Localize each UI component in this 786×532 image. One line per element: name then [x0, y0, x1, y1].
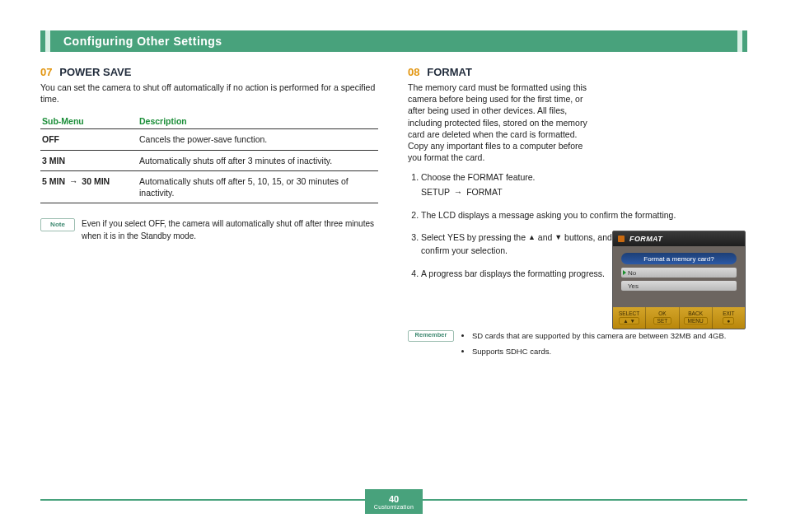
foot2-label: BACK	[688, 311, 703, 317]
camera-thumb-question: Format a memory card?	[621, 253, 737, 264]
row2-key-a: 5 MIN	[42, 176, 65, 186]
step1-sub-a: SETUP	[421, 187, 452, 197]
right-section-number: 08	[408, 66, 419, 78]
header-accent-right	[737, 30, 742, 52]
foot0-key: ▲ ▼	[619, 317, 639, 324]
left-section-title: POWER SAVE	[59, 66, 131, 78]
row2-desc: Automatically shuts off after 5, 10, 15,…	[138, 170, 378, 203]
step-1: Choose the FORMAT feature. SETUP → FORMA…	[421, 171, 746, 199]
foot2-key: MENU	[684, 317, 708, 324]
format-icon	[618, 236, 625, 242]
right-column: 08 FORMAT The memory card must be format…	[408, 66, 746, 362]
section-header: Configuring Other Settings	[40, 30, 747, 52]
table-row: OFF Cancels the power-save function.	[40, 129, 378, 150]
page-number: 40	[389, 494, 399, 504]
triangle-up-icon: ▲	[528, 233, 536, 241]
note-chip: Note	[40, 218, 75, 231]
step1-sub-b: FORMAT	[466, 187, 503, 197]
page-label: Customization	[374, 504, 414, 510]
foot3-key: ●	[723, 317, 734, 324]
remember-item-0: SD cards that are supported by this came…	[472, 330, 726, 342]
camera-thumb-option-no: No	[621, 268, 737, 278]
camera-thumb-option-yes: Yes	[621, 281, 737, 291]
left-intro: You can set the camera to shut off autom…	[40, 82, 378, 105]
header-accent-left	[45, 30, 50, 52]
foot1-key: SET	[653, 317, 672, 324]
row2-key-b: 30 MIN	[82, 176, 110, 186]
table-row: 5 MIN → 30 MIN Automatically shuts off a…	[40, 170, 378, 203]
step3-mid: and	[538, 232, 554, 242]
camera-thumb-foot-select: SELECT ▲ ▼	[613, 307, 646, 329]
note-body: Even if you select OFF, the camera will …	[82, 218, 378, 242]
remember-block: Remember SD cards that are supported by …	[408, 330, 746, 363]
right-section-title-block: 08 FORMAT	[408, 66, 746, 78]
left-section-title-block: 07 POWER SAVE	[40, 66, 378, 78]
th-submenu: Sub-Menu	[40, 113, 138, 129]
step-2: The LCD displays a message asking you to…	[421, 209, 746, 222]
camera-thumb-foot-ok: OK SET	[646, 307, 679, 329]
right-intro: The memory card must be formatted using …	[408, 82, 597, 163]
remember-list: SD cards that are supported by this came…	[461, 330, 726, 363]
note-block: Note Even if you select OFF, the camera …	[40, 218, 378, 242]
camera-thumb-footer: SELECT ▲ ▼ OK SET BACK MENU EXIT ●	[613, 307, 745, 329]
arrow-icon: →	[454, 187, 463, 197]
triangle-down-icon: ▼	[554, 233, 562, 241]
table-row: 3 MIN Automatically shuts off after 3 mi…	[40, 150, 378, 170]
page-body: 07 POWER SAVE You can set the camera to …	[40, 66, 747, 362]
arrow-icon: →	[69, 176, 78, 186]
footer: 40 Customization	[40, 489, 747, 514]
power-save-table: Sub-Menu Description OFF Cancels the pow…	[40, 113, 378, 203]
camera-thumb-title: FORMAT	[629, 235, 662, 243]
page-title: Configuring Other Settings	[40, 35, 222, 48]
camera-thumb-foot-back: BACK MENU	[680, 307, 713, 329]
foot3-label: EXIT	[723, 311, 734, 317]
row0-desc: Cancels the power-save function.	[138, 129, 378, 150]
row1-key: 3 MIN	[40, 150, 138, 170]
step1-sub: SETUP → FORMAT	[421, 186, 746, 199]
camera-thumb-foot-exit: EXIT ●	[713, 307, 745, 329]
foot1-label: OK	[658, 311, 666, 317]
row1-desc: Automatically shuts off after 3 minutes …	[138, 150, 378, 170]
step3-pre: Select YES by pressing the	[421, 232, 528, 242]
remember-chip: Remember	[408, 330, 454, 342]
left-column: 07 POWER SAVE You can set the camera to …	[40, 66, 378, 362]
right-section-title: FORMAT	[427, 66, 472, 78]
left-section-number: 07	[40, 66, 52, 78]
remember-item-1: Supports SDHC cards.	[472, 346, 726, 357]
page-chip: 40 Customization	[365, 489, 423, 514]
row2-key: 5 MIN → 30 MIN	[40, 170, 138, 203]
row0-key: OFF	[40, 129, 138, 150]
step1-text: Choose the FORMAT feature.	[421, 172, 536, 182]
th-desc: Description	[138, 113, 378, 129]
foot0-label: SELECT	[619, 311, 639, 317]
camera-screenshot: FORMAT Format a memory card? No Yes SELE…	[612, 231, 746, 329]
camera-thumb-header: FORMAT	[613, 231, 745, 246]
